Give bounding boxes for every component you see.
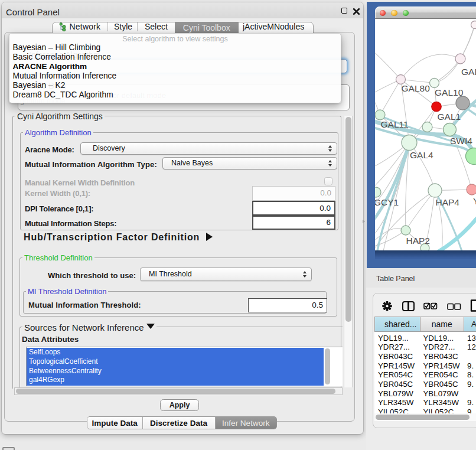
svg-text:GAL10: GAL10 <box>435 87 464 97</box>
svg-text:GAL80: GAL80 <box>401 83 430 93</box>
svg-text:GCY1: GCY1 <box>375 197 399 207</box>
svg-text:SWI4: SWI4 <box>450 135 472 145</box>
svg-text:HAP2: HAP2 <box>406 235 430 245</box>
svg-text:GAL4: GAL4 <box>410 150 433 160</box>
svg-text:HAP4: HAP4 <box>435 197 459 207</box>
svg-text:GAL11: GAL11 <box>380 119 408 129</box>
svg-text:GAL2: GAL2 <box>461 67 476 77</box>
svg-text:GAL1: GAL1 <box>437 112 461 122</box>
svg-text:Y: Y <box>473 196 476 206</box>
